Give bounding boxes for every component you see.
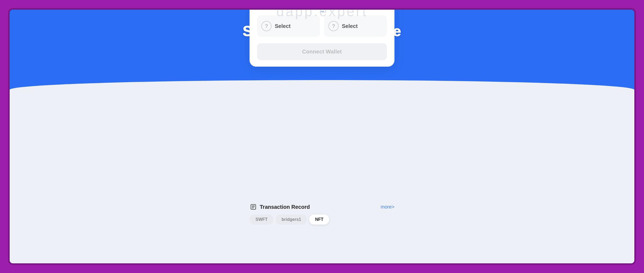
to-select-label: Select bbox=[342, 23, 358, 29]
connect-wallet-button[interactable]: Connect Wallet bbox=[257, 43, 387, 60]
transaction-section: Transaction Record more> SWFT bridgers1 … bbox=[250, 203, 394, 225]
transaction-record-icon bbox=[250, 203, 257, 211]
from-to-section: From ⊟ To ⊟ → ? bbox=[250, 8, 394, 39]
to-select-box[interactable]: ? Select bbox=[324, 15, 387, 37]
transaction-title: Transaction Record bbox=[250, 203, 310, 211]
from-question-icon: ? bbox=[261, 21, 272, 31]
swap-arrow-icon: → bbox=[319, 8, 325, 15]
from-select-box[interactable]: ? Select bbox=[257, 15, 320, 37]
record-tab-nft[interactable]: NFT bbox=[309, 214, 329, 225]
transaction-header: Transaction Record more> bbox=[250, 203, 394, 211]
record-tab-bridgers1[interactable]: bridgers1 bbox=[276, 214, 307, 225]
from-to-selects: ? Select ? Select bbox=[257, 15, 387, 37]
bottom-section: Transaction Record more> SWFT bridgers1 … bbox=[10, 106, 634, 263]
app-frame: SWFT AllChain Bridge Simpler • Faster • … bbox=[8, 8, 636, 265]
more-link[interactable]: more> bbox=[380, 204, 394, 210]
to-question-icon: ? bbox=[328, 21, 339, 31]
record-tab-swft[interactable]: SWFT bbox=[250, 214, 273, 225]
from-select-label: Select bbox=[275, 23, 291, 29]
hero-section: SWFT AllChain Bridge Simpler • Faster • … bbox=[10, 10, 634, 106]
main-card: dapp.expert SWAP NFT NEW Buy Sell bbox=[250, 8, 394, 67]
record-tabs: SWFT bridgers1 NFT bbox=[250, 214, 394, 225]
